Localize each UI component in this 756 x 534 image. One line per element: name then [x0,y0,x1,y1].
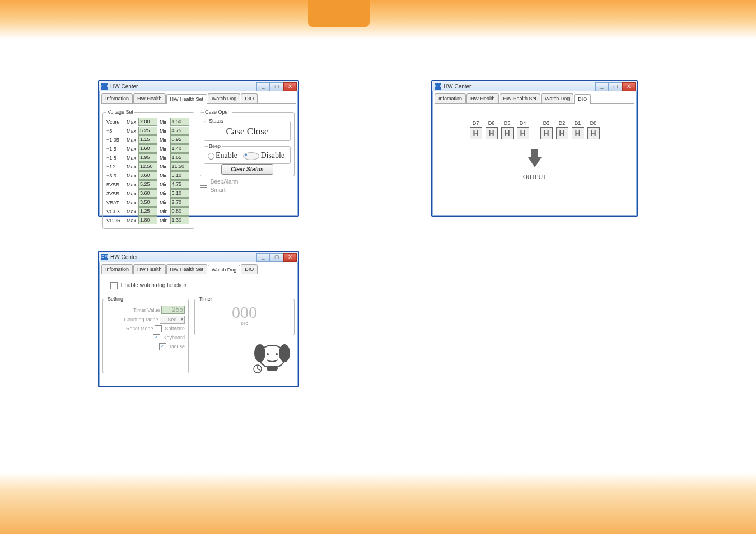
dio-state[interactable]: H [470,127,482,139]
max-input[interactable]: 1.60 [138,144,157,153]
counting-mode-select[interactable]: Sec [160,316,185,324]
smart-checkbox[interactable] [200,187,207,194]
max-input[interactable]: 1.25 [138,207,157,216]
voltage-name: +12 [106,164,124,170]
min-input[interactable]: 0.80 [170,207,189,216]
app-icon: DFI [101,254,108,260]
voltage-name: 5VSB [106,182,124,188]
software-label: Software [165,326,185,331]
beep-alarm-checkbox[interactable] [200,179,207,186]
max-label: Max [127,200,136,205]
tab-hw-health-set[interactable]: HW Health Set [500,93,541,103]
voltage-name: Vcore [106,119,124,125]
tab-infomation[interactable]: Infomation [435,93,466,103]
disable-radio[interactable] [243,152,259,160]
min-input[interactable]: 4.75 [170,127,189,135]
smart-label: Smart [211,187,226,193]
min-input[interactable]: 1.50 [170,118,189,126]
voltage-row: VcoreMax2.00Min1.50 [106,118,190,126]
keyboard-checkbox[interactable]: ✓ [153,334,160,341]
voltage-row: +1.8Max1.95Min1.65 [106,153,190,162]
min-input[interactable]: 4.75 [170,180,189,189]
max-label: Max [127,191,136,196]
close-button[interactable]: X [283,82,297,91]
max-input[interactable]: 5.25 [138,127,157,135]
dio-state[interactable]: H [517,127,529,139]
tab-hw-health[interactable]: HW Health [466,93,499,103]
dio-channel: D3H [540,120,553,139]
max-input[interactable]: 2.00 [138,118,157,126]
reset-mode-label: Reset Mode [126,326,153,331]
tab-hw-health-set[interactable]: HW Health Set [166,264,208,274]
arrow-icon [528,157,542,167]
window-title: HW Center [110,83,138,90]
max-input[interactable]: 12.50 [138,162,157,171]
min-input[interactable]: 2.70 [170,198,189,207]
max-input[interactable]: 5.25 [138,180,157,189]
software-checkbox[interactable] [155,325,162,332]
min-input[interactable]: 1.30 [170,216,189,224]
minimize-button[interactable]: _ [256,253,270,262]
keyboard-label: Keyboard [163,335,185,340]
maximize-button[interactable]: ▢ [609,82,622,91]
tab-dio[interactable]: DIO [241,264,258,274]
enable-watchdog-checkbox[interactable] [110,282,118,289]
tab-hw-health[interactable]: HW Health [133,264,166,274]
dio-label: D2 [556,120,568,126]
voltage-row: VGFXMax1.25Min0.80 [106,207,190,216]
enable-radio[interactable] [208,153,214,160]
timer-value-input[interactable]: 255 [161,306,185,314]
tab-infomation[interactable]: Infomation [101,264,133,274]
voltage-set-fieldset: Voltage Set VcoreMax2.00Min1.50+5Max5.25… [102,109,194,229]
dio-state[interactable]: H [556,127,568,139]
arrow-icon [531,149,538,157]
min-input[interactable]: 3.10 [170,171,189,180]
maximize-button[interactable]: ▢ [270,253,283,262]
max-input[interactable]: 1.95 [138,153,157,162]
tab-dio[interactable]: DIO [241,93,258,103]
min-input[interactable]: 0.95 [170,135,189,144]
window-buttons: _ ▢ X [256,253,297,262]
content: Voltage Set VcoreMax2.00Min1.50+5Max5.25… [99,104,298,235]
clear-status-button[interactable]: Clear Status [221,164,273,175]
max-input[interactable]: 3.50 [138,198,157,207]
tab-watch-dog[interactable]: Watch Dog [208,93,240,103]
max-input[interactable]: 3.60 [138,171,157,180]
minimize-button[interactable]: _ [256,82,270,91]
minimize-button[interactable]: _ [595,82,609,91]
setting-fieldset: Setting Timer Value 255 Counting Mode Se… [102,296,189,373]
disable-label: Disable [260,151,284,160]
min-input[interactable]: 1.40 [170,144,189,153]
dio-channel: D1H [572,120,584,139]
max-input[interactable]: 1.15 [138,135,157,144]
dio-state[interactable]: H [572,127,584,139]
voltage-row: +5Max5.25Min4.75 [106,127,190,135]
dio-state[interactable]: H [587,127,600,139]
close-button[interactable]: X [283,253,297,262]
min-label: Min [160,137,168,143]
max-label: Max [127,173,136,179]
min-input[interactable]: 1.65 [170,153,189,162]
tab-watch-dog[interactable]: Watch Dog [208,265,240,274]
close-button[interactable]: X [622,82,636,91]
min-label: Min [160,146,168,152]
tab-hw-health[interactable]: HW Health [133,93,166,103]
tab-watch-dog[interactable]: Watch Dog [541,93,573,103]
maximize-button[interactable]: ▢ [270,82,283,91]
max-input[interactable]: 3.60 [138,189,157,198]
tab-infomation[interactable]: Infomation [101,93,133,103]
mouse-checkbox[interactable]: ✓ [159,343,166,350]
tab-dio[interactable]: DIO [574,94,591,104]
voltage-row: VBATMax3.50Min2.70 [106,198,190,207]
voltage-row: +3.3Max3.60Min3.10 [106,171,190,180]
min-input[interactable]: 3.10 [170,189,189,198]
dio-state[interactable]: H [486,127,498,139]
dio-state[interactable]: H [540,127,553,139]
dio-channel: D4H [517,120,529,139]
max-input[interactable]: 1.80 [138,216,157,224]
dio-label: D0 [587,120,600,126]
tab-hw-health-set[interactable]: HW Health Set [166,94,208,104]
dio-state[interactable]: H [501,127,514,139]
min-input[interactable]: 11.50 [170,162,189,171]
window-title: HW Center [444,83,471,90]
